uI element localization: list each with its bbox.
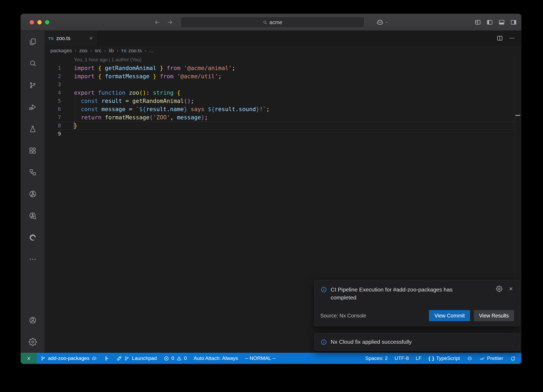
code-line-2[interactable]: 2import { formatMessage } from '@acme/ut… <box>45 72 521 80</box>
customize-layout-icon[interactable] <box>474 19 481 26</box>
view-results-button[interactable]: View Results <box>474 310 514 321</box>
traffic-close-button[interactable] <box>30 20 34 24</box>
code-line-text: import { formatMessage } from '@acme/uti… <box>74 72 222 80</box>
double-check-icon <box>479 356 485 361</box>
notification-settings-icon[interactable] <box>496 286 502 292</box>
notification-close-icon[interactable] <box>508 286 514 292</box>
status-text: -- NORMAL -- <box>245 355 275 361</box>
remote-icon <box>26 355 32 361</box>
code-line-text: import { getRandomAnimal } from '@acme/a… <box>74 64 235 72</box>
breadcrumb-item-file[interactable]: TSzoo.ts <box>121 48 142 54</box>
status-bar-left: add-zoo-packagesLaunchpad00Auto Attach: … <box>21 353 279 364</box>
status-item-branch[interactable]: add-zoo-packages <box>37 353 100 364</box>
window-controls <box>30 20 49 24</box>
overview-ruler-mark <box>515 115 520 116</box>
status-item-indentation[interactable]: Spaces: 2 <box>362 353 391 364</box>
code-line-6[interactable]: 6 const message = `${result.name} says $… <box>45 105 521 113</box>
tab-close-icon[interactable] <box>88 36 94 41</box>
indent-guide <box>75 97 75 121</box>
info-icon <box>320 286 327 293</box>
status-item-language[interactable]: { }TypeScript <box>425 353 463 364</box>
status-item-auto-attach[interactable]: Auto Attach: Always <box>190 353 242 364</box>
search-icon <box>29 59 37 68</box>
status-item-launchpad[interactable]: Launchpad <box>113 353 160 364</box>
sidebar-item-search[interactable] <box>21 53 45 74</box>
toggle-panel-icon[interactable] <box>498 19 505 26</box>
code-line-text: const result = getRandomAnimal(); <box>74 97 194 105</box>
forward-icon[interactable] <box>167 19 173 26</box>
status-item-eol[interactable]: LF <box>412 353 425 364</box>
traffic-zoom-button[interactable] <box>45 20 49 24</box>
account-icon <box>29 316 37 324</box>
git-branch-icon <box>124 356 130 361</box>
status-item-git-graph[interactable] <box>100 353 113 364</box>
code-line-3[interactable]: 3 <box>45 80 521 89</box>
sidebar-item-nx-console[interactable] <box>21 161 45 183</box>
toast-source: Source: Nx Console <box>320 313 366 319</box>
toast-controls <box>496 286 514 302</box>
sidebar-item-source-control[interactable] <box>21 74 45 96</box>
sidebar-item-extensions[interactable] <box>21 140 45 161</box>
breadcrumb-file-label: zoo.ts <box>128 48 142 54</box>
run-and-debug-icon <box>29 103 37 111</box>
tab-zoo-ts[interactable]: TS zoo.ts <box>45 31 98 46</box>
status-text: Spaces: 2 <box>365 355 388 361</box>
status-item-prettier[interactable]: Prettier <box>476 353 507 364</box>
sidebar-item-account[interactable] <box>21 309 45 331</box>
code-line-7[interactable]: 7 return formatMessage('ZOO', message); <box>45 113 521 121</box>
sidebar-item-testing[interactable] <box>21 118 45 140</box>
sidebar-item-run-and-debug[interactable] <box>21 96 45 118</box>
copilot-menu[interactable] <box>376 14 389 31</box>
view-commit-button[interactable]: View Commit <box>429 310 470 321</box>
breadcrumb-item-src[interactable]: src <box>95 48 101 54</box>
code-line-4[interactable]: 4export function zoo(): string { <box>45 89 521 97</box>
sidebar-item-edge-tools[interactable] <box>21 227 45 248</box>
back-icon[interactable] <box>154 19 161 26</box>
traffic-minimize-button[interactable] <box>37 20 42 24</box>
status-item-vim-mode[interactable]: -- NORMAL -- <box>241 353 279 364</box>
more-views-icon <box>29 255 37 263</box>
command-center-search[interactable]: acme <box>180 17 365 28</box>
sidebar-item-more-views[interactable] <box>21 248 45 270</box>
breadcrumb-item-packages[interactable]: packages <box>50 48 72 54</box>
line-number: 9 <box>45 130 61 138</box>
typescript-file-icon: TS <box>48 36 54 41</box>
chevron-down-icon <box>384 20 389 25</box>
git-graph-icon <box>29 190 37 198</box>
sidebar-item-settings[interactable] <box>21 331 45 353</box>
info-icon <box>320 339 327 346</box>
rocket-icon <box>116 356 122 361</box>
status-item-copilot[interactable] <box>463 353 476 364</box>
status-text: 0 <box>171 355 174 361</box>
explorer-icon <box>29 38 37 46</box>
code-line-5[interactable]: 5 const result = getRandomAnimal(); <box>45 97 521 105</box>
status-item-remote[interactable] <box>21 353 37 364</box>
git-branch-icon <box>40 356 46 361</box>
breadcrumb-item-lib[interactable]: lib <box>109 48 114 54</box>
split-editor-icon[interactable] <box>496 35 503 42</box>
toggle-secondary-sidebar-icon[interactable] <box>510 19 517 26</box>
line-number: 5 <box>45 97 61 105</box>
gitlens-blame-annotation: You, 1 hour ago | 1 author (You) <box>74 57 142 63</box>
status-item-problems[interactable]: 00 <box>160 353 190 364</box>
typescript-file-icon: TS <box>121 49 126 53</box>
status-item-encoding[interactable]: UTF-8 <box>391 353 412 364</box>
vscode-window: acme TS zoo.ts <box>21 14 521 364</box>
screenshot-root: acme TS zoo.ts <box>0 0 543 392</box>
sidebar-item-gitlens-inspect[interactable] <box>21 205 45 227</box>
sidebar-item-git-graph[interactable] <box>21 183 45 205</box>
sidebar-item-explorer[interactable] <box>21 31 45 53</box>
more-actions-icon[interactable] <box>509 35 515 42</box>
settings-icon <box>29 338 37 346</box>
warning-icon <box>176 356 182 361</box>
breadcrumb-item-zoo[interactable]: zoo <box>79 48 87 54</box>
status-text: Launchpad <box>132 355 157 361</box>
breadcrumb-suffix[interactable]: ... <box>149 48 154 54</box>
code-line-9[interactable]: 9 <box>45 130 521 138</box>
nx-console-icon <box>29 168 37 176</box>
status-item-notifications-bell[interactable] <box>507 353 519 364</box>
toggle-primary-sidebar-icon[interactable] <box>486 19 493 26</box>
code-line-1[interactable]: 1import { getRandomAnimal } from '@acme/… <box>45 64 521 72</box>
status-bar-right: Spaces: 2UTF-8LF{ }TypeScriptPrettier <box>362 353 521 364</box>
status-text: 0 <box>184 355 187 361</box>
